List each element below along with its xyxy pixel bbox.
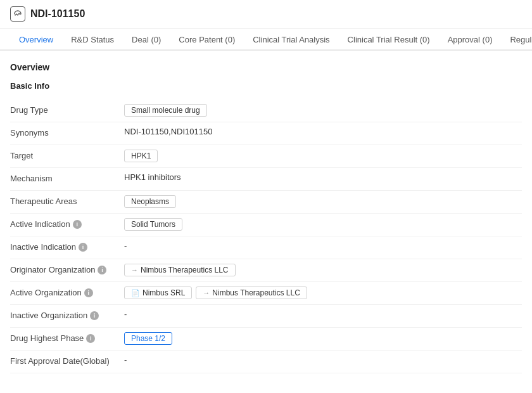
doc-icon-nimbus-srl: 📄 [131, 289, 140, 297]
field-row-drug-highest-phase: Drug Highest Phase i Phase 1/2 [10, 328, 522, 351]
field-row-therapeutic-areas: Therapeutic Areas Neoplasms [10, 191, 522, 214]
field-row-mechanism: Mechanism HPK1 inhibitors [10, 168, 522, 191]
tag-nimbus-therapeutics-originator[interactable]: → Nimbus Therapeutics LLC [124, 264, 236, 276]
tab-clinical-trial-result[interactable]: Clinical Trial Result (0) [339, 29, 439, 51]
arrow-icon-originator: → [131, 266, 138, 274]
value-drug-type: Small molecule drug [124, 104, 522, 117]
value-drug-highest-phase: Phase 1/2 [124, 332, 522, 345]
tab-core-patent[interactable]: Core Patent (0) [170, 29, 244, 51]
section-title: Overview [10, 62, 522, 72]
value-originator-org: → Nimbus Therapeutics LLC [124, 264, 522, 276]
value-inactive-indication: - [124, 241, 522, 250]
tag-small-molecule: Small molecule drug [124, 104, 207, 117]
label-inactive-indication: Inactive Indication i [10, 241, 124, 252]
label-first-approval-date: First Approval Date(Global) [10, 355, 124, 366]
tab-approval[interactable]: Approval (0) [439, 29, 502, 51]
label-mechanism: Mechanism [10, 172, 124, 183]
page-header: NDI-101150 [0, 0, 532, 29]
drug-icon [10, 6, 25, 22]
value-therapeutic-areas: Neoplasms [124, 195, 522, 208]
mechanism-text: HPK1 inhibitors [124, 172, 181, 182]
info-icon-originator-org[interactable]: i [98, 266, 106, 274]
value-synonyms: NDI-101150,NDI101150 [124, 127, 522, 136]
value-mechanism: HPK1 inhibitors [124, 172, 522, 182]
field-row-inactive-indication: Inactive Indication i - [10, 236, 522, 259]
tag-hpk1[interactable]: HPK1 [124, 150, 158, 162]
tab-clinical-trial-analysis[interactable]: Clinical Trial Analysis [244, 29, 338, 51]
label-drug-type: Drug Type [10, 104, 124, 115]
synonyms-text: NDI-101150,NDI101150 [124, 127, 212, 136]
inactive-indication-dash: - [124, 241, 127, 250]
main-content: Overview Basic Info Drug Type Small mole… [0, 51, 532, 385]
field-row-drug-type: Drug Type Small molecule drug [10, 100, 522, 122]
tag-nimbus-srl[interactable]: 📄 Nimbus SRL [124, 287, 192, 299]
tag-solid-tumors: Solid Tumors [124, 218, 182, 231]
info-icon-inactive-org[interactable]: i [90, 311, 99, 320]
label-drug-highest-phase: Drug Highest Phase i [10, 332, 124, 343]
value-inactive-org: - [124, 309, 522, 319]
info-icon-drug-highest-phase[interactable]: i [86, 334, 95, 343]
info-icon-inactive-indication[interactable]: i [79, 243, 87, 252]
field-row-originator-org: Originator Organization i → Nimbus Thera… [10, 259, 522, 282]
tab-deal[interactable]: Deal (0) [123, 29, 170, 51]
value-first-approval-date: - [124, 355, 522, 364]
label-originator-org: Originator Organization i [10, 264, 124, 274]
label-inactive-org: Inactive Organization i [10, 309, 124, 320]
label-synonyms: Synonyms [10, 127, 124, 138]
tag-phase-1-2: Phase 1/2 [124, 332, 172, 345]
subsection-title: Basic Info [10, 81, 522, 91]
label-target: Target [10, 150, 124, 160]
page-title: NDI-101150 [30, 8, 85, 20]
field-row-synonyms: Synonyms NDI-101150,NDI101150 [10, 122, 522, 145]
first-approval-date-dash: - [124, 355, 127, 364]
info-icon-active-org[interactable]: i [84, 288, 93, 297]
inactive-org-dash: - [124, 309, 127, 319]
tag-nimbus-therapeutics-active[interactable]: → Nimbus Therapeutics LLC [196, 287, 307, 299]
label-active-indication: Active Indication i [10, 218, 124, 229]
field-row-inactive-org: Inactive Organization i - [10, 305, 522, 328]
value-active-org: 📄 Nimbus SRL → Nimbus Therapeutics LLC [124, 287, 522, 299]
info-icon-active-indication[interactable]: i [73, 220, 82, 229]
label-active-org: Active Organization i [10, 287, 124, 297]
arrow-icon-active: → [203, 289, 210, 297]
label-therapeutic-areas: Therapeutic Areas [10, 195, 124, 206]
tag-neoplasms: Neoplasms [124, 195, 176, 208]
value-active-indication: Solid Tumors [124, 218, 522, 231]
value-target: HPK1 [124, 150, 522, 162]
field-row-active-indication: Active Indication i Solid Tumors [10, 214, 522, 236]
field-row-active-org: Active Organization i 📄 Nimbus SRL → Nim… [10, 282, 522, 305]
nav-tabs: Overview R&D Status Deal (0) Core Patent… [0, 29, 532, 51]
tab-regulation[interactable]: Regulation (0) [501, 29, 532, 51]
field-row-first-approval-date: First Approval Date(Global) - [10, 351, 522, 373]
tab-rd-status[interactable]: R&D Status [62, 29, 123, 51]
field-row-target: Target HPK1 [10, 145, 522, 168]
tab-overview[interactable]: Overview [10, 29, 62, 51]
